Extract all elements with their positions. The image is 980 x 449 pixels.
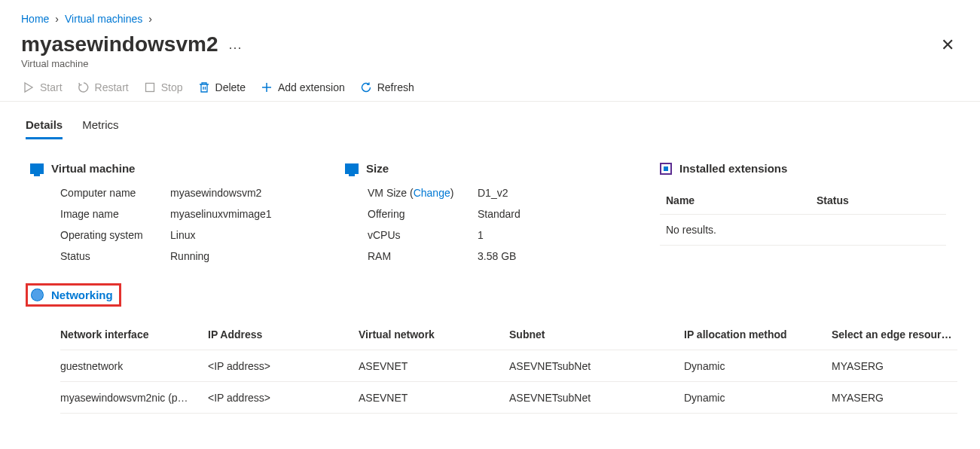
section-networking[interactable]: Networking	[26, 283, 121, 307]
refresh-label: Refresh	[377, 81, 414, 93]
section-installed-extensions: Installed extensions	[660, 162, 976, 175]
value-computer-name: myasewindowsvm2	[170, 187, 345, 199]
ext-col-name: Name	[666, 194, 817, 206]
section-virtual-machine: Virtual machine	[30, 162, 345, 175]
net-alloc: Dynamic	[684, 392, 832, 404]
tabs: Details Metrics	[0, 102, 980, 139]
stop-button[interactable]: Stop	[144, 81, 183, 93]
trash-icon	[198, 81, 210, 93]
section-extensions-label: Installed extensions	[679, 162, 787, 175]
net-subnet: ASEVNETsubNet	[509, 360, 684, 372]
restart-icon	[78, 81, 90, 93]
networking-row[interactable]: myasewindowsvm2nic (p… <IP address> ASEV…	[60, 382, 957, 414]
value-ram: 3.58 GB	[478, 250, 660, 262]
delete-button[interactable]: Delete	[198, 81, 246, 93]
net-col-subnet: Subnet	[509, 328, 684, 341]
label-status: Status	[60, 250, 166, 262]
section-vm-label: Virtual machine	[51, 162, 135, 175]
label-vm-size: VM Size (Change)	[368, 187, 473, 199]
chevron-right-icon: ›	[55, 13, 59, 25]
chevron-right-icon: ›	[148, 13, 152, 25]
monitor-icon	[30, 163, 44, 174]
value-image-name: myaselinuxvmimage1	[170, 208, 345, 220]
value-os: Linux	[170, 229, 345, 241]
net-iface: myasewindowsvm2nic (p…	[60, 392, 208, 404]
add-extension-button[interactable]: Add extension	[261, 81, 345, 93]
label-os: Operating system	[60, 229, 166, 241]
value-offering: Standard	[478, 208, 660, 220]
restart-button[interactable]: Restart	[78, 81, 129, 93]
label-offering: Offering	[368, 208, 473, 220]
start-button[interactable]: Start	[23, 81, 63, 93]
refresh-icon	[360, 81, 372, 93]
net-alloc: Dynamic	[684, 360, 832, 372]
networking-table: Network interface IP Address Virtual net…	[0, 319, 980, 414]
more-menu-icon[interactable]: ⋯	[228, 33, 242, 56]
label-ram: RAM	[368, 250, 473, 262]
stop-label: Stop	[161, 81, 183, 93]
globe-icon	[31, 289, 44, 301]
svg-rect-0	[145, 84, 154, 92]
extensions-empty: No results.	[660, 215, 946, 246]
tab-details[interactable]: Details	[26, 118, 63, 139]
page-header: myasewindowsvm2 ⋯ Virtual machine ✕	[0, 25, 980, 69]
net-vnet: ASEVNET	[359, 360, 509, 372]
net-ip: <IP address>	[208, 360, 359, 372]
page-title: myasewindowsvm2	[21, 32, 218, 57]
net-col-ip: IP Address	[208, 328, 359, 341]
label-vcpus: vCPUs	[368, 229, 473, 241]
change-size-link[interactable]: Change	[414, 187, 450, 199]
page-subtitle: Virtual machine	[21, 58, 242, 69]
plus-icon	[261, 81, 273, 93]
section-size: Size	[345, 162, 660, 175]
net-col-edge: Select an edge resour…	[832, 328, 960, 341]
networking-row[interactable]: guestnetwork <IP address> ASEVNET ASEVNE…	[60, 350, 957, 382]
net-ip: <IP address>	[208, 392, 359, 404]
label-image-name: Image name	[60, 208, 166, 220]
net-col-alloc: IP allocation method	[684, 328, 832, 341]
tab-metrics[interactable]: Metrics	[82, 118, 118, 139]
breadcrumb-virtual-machines[interactable]: Virtual machines	[65, 13, 142, 25]
value-status: Running	[170, 250, 345, 262]
ext-col-status: Status	[817, 194, 849, 206]
breadcrumb-home[interactable]: Home	[21, 13, 49, 25]
delete-label: Delete	[215, 81, 246, 93]
net-edge: MYASERG	[832, 360, 960, 372]
restart-label: Restart	[95, 81, 129, 93]
net-iface: guestnetwork	[60, 360, 208, 372]
net-vnet: ASEVNET	[359, 392, 509, 404]
value-vm-size: D1_v2	[478, 187, 660, 199]
start-label: Start	[40, 81, 63, 93]
details-content: Virtual machine Computer name myasewindo…	[0, 139, 980, 319]
net-col-vnet: Virtual network	[359, 328, 509, 341]
refresh-button[interactable]: Refresh	[360, 81, 414, 93]
monitor-icon	[345, 163, 359, 174]
stop-icon	[144, 81, 156, 93]
section-size-label: Size	[366, 162, 389, 175]
net-edge: MYASERG	[832, 392, 960, 404]
section-networking-label: Networking	[51, 289, 113, 301]
breadcrumb: Home › Virtual machines ›	[0, 0, 980, 25]
command-bar: Start Restart Stop Delete Add extension …	[0, 69, 980, 102]
add-extension-label: Add extension	[278, 81, 345, 93]
close-icon[interactable]: ✕	[936, 32, 959, 58]
extension-icon	[660, 163, 672, 175]
extensions-table: Name Status No results.	[660, 187, 946, 246]
play-icon	[23, 81, 35, 93]
net-col-interface: Network interface	[60, 328, 208, 341]
net-subnet: ASEVNETsubNet	[509, 392, 684, 404]
value-vcpus: 1	[478, 229, 660, 241]
label-computer-name: Computer name	[60, 187, 166, 199]
